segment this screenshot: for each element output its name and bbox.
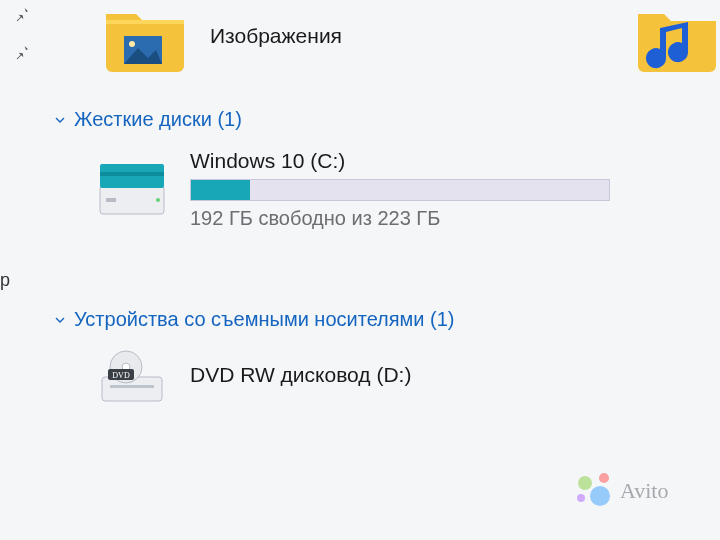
dvd-drive-icon: DVD <box>96 349 168 407</box>
storage-bar-fill <box>191 180 250 200</box>
quick-access-pins <box>12 4 32 80</box>
chevron-down-icon <box>52 312 68 328</box>
svg-point-7 <box>156 198 160 202</box>
svg-point-2 <box>129 41 135 47</box>
pin-icon <box>12 4 32 24</box>
music-folder-icon[interactable] <box>636 0 716 72</box>
drive-c[interactable]: Windows 10 (C:) 192 ГБ свободно из 223 Г… <box>96 149 610 230</box>
group-removable: Устройства со съемными носителями (1) DV… <box>52 308 610 407</box>
drive-body: Windows 10 (C:) 192 ГБ свободно из 223 Г… <box>190 149 610 230</box>
drive-name: DVD RW дисковод (D:) <box>190 363 610 387</box>
svg-point-14 <box>578 476 592 490</box>
drive-body: DVD RW дисковод (D:) <box>190 363 610 393</box>
group-header-removable[interactable]: Устройства со съемными носителями (1) <box>52 308 610 331</box>
pin-icon <box>12 42 32 62</box>
svg-rect-5 <box>100 172 164 176</box>
group-header-hard-disks[interactable]: Жесткие диски (1) <box>52 108 610 131</box>
svg-text:DVD: DVD <box>112 371 130 380</box>
pictures-folder-label[interactable]: Изображения <box>210 24 342 48</box>
group-title: Устройства со съемными носителями (1) <box>74 308 455 331</box>
storage-bar <box>190 179 610 201</box>
svg-text:Avito: Avito <box>620 478 668 503</box>
group-title: Жесткие диски (1) <box>74 108 242 131</box>
drive-status: 192 ГБ свободно из 223 ГБ <box>190 207 610 230</box>
avito-watermark: Avito <box>570 468 690 518</box>
chevron-down-icon <box>52 112 68 128</box>
group-hard-disks: Жесткие диски (1) Windows 10 (C:) 192 ГБ… <box>52 108 610 230</box>
hdd-icon <box>96 158 168 222</box>
svg-rect-6 <box>106 198 116 202</box>
svg-point-15 <box>599 473 609 483</box>
svg-point-17 <box>577 494 585 502</box>
drive-d[interactable]: DVD DVD RW дисковод (D:) <box>96 349 610 407</box>
folder-row: Изображения <box>100 0 342 72</box>
sidebar-item-partial[interactable]: р <box>0 270 14 291</box>
svg-point-16 <box>590 486 610 506</box>
drive-name: Windows 10 (C:) <box>190 149 610 173</box>
pictures-folder-icon[interactable] <box>100 0 190 72</box>
svg-rect-9 <box>110 385 154 388</box>
